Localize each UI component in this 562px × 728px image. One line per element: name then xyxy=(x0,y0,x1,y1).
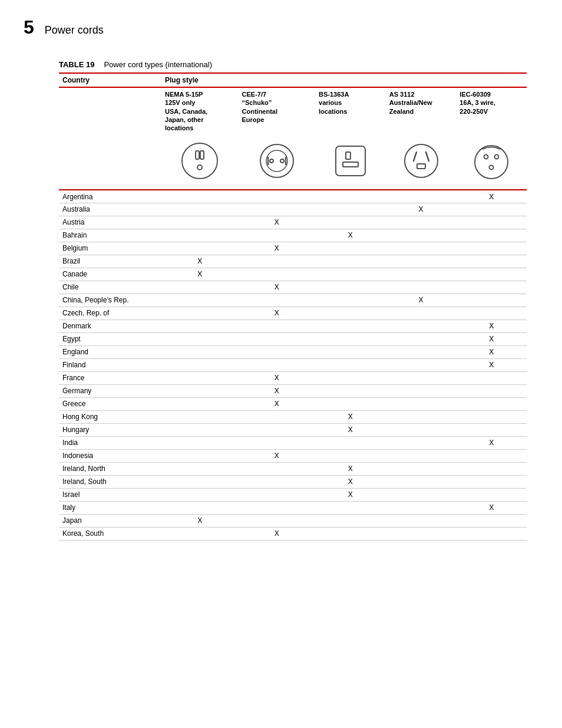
iec-cell xyxy=(456,488,527,501)
nema-cell xyxy=(161,449,239,462)
nema-cell xyxy=(161,436,239,449)
cee-cell: X xyxy=(239,216,316,229)
table-row: Ireland, NorthX xyxy=(59,462,527,475)
nema-cell: X xyxy=(161,255,239,268)
as-cell xyxy=(386,358,457,371)
iec-cell: X xyxy=(456,501,527,514)
as-cell xyxy=(386,410,457,423)
iec-cell xyxy=(456,462,527,475)
table-row: BahrainX xyxy=(59,229,527,242)
cee-cell: X xyxy=(239,242,316,255)
table-row: Hong KongX xyxy=(59,410,527,423)
svg-point-19 xyxy=(495,155,499,159)
cee-cell: X xyxy=(239,307,316,319)
table-row: FinlandX xyxy=(59,358,527,371)
iec-cell xyxy=(456,384,527,397)
country-cell: Japan xyxy=(59,514,161,527)
iec-cell: X xyxy=(456,190,527,203)
table-row: EnglandX xyxy=(59,345,527,358)
table-row: AustraliaX xyxy=(59,203,527,216)
main-table: Country Plug style NEMA 5-15P125V onlyUS… xyxy=(59,73,527,541)
bs-cell: X xyxy=(315,229,386,242)
cee-cell: X xyxy=(239,449,316,462)
iec-cell xyxy=(456,281,527,294)
cee-cell xyxy=(239,255,316,268)
country-data-tbody: ArgentinaXAustraliaXAustriaXBahrainXBelg… xyxy=(59,190,527,540)
nema-cell: X xyxy=(161,268,239,281)
table-row: Ireland, SouthX xyxy=(59,475,527,488)
cee-cell xyxy=(239,514,316,527)
table-row: HungaryX xyxy=(59,423,527,436)
as-cell xyxy=(386,190,457,203)
cee-cell xyxy=(239,190,316,203)
bs-cell xyxy=(315,371,386,384)
bs-cell xyxy=(315,255,386,268)
table-row: Korea, SouthX xyxy=(59,527,527,540)
as-cell xyxy=(386,423,457,436)
nema-plug-image xyxy=(161,134,239,190)
as-cell: X xyxy=(386,294,457,307)
nema-cell xyxy=(161,462,239,475)
bs-cell: X xyxy=(315,462,386,475)
table-row: GermanyX xyxy=(59,384,527,397)
cee-cell: X xyxy=(239,527,316,540)
country-cell: Korea, South xyxy=(59,527,161,540)
nema-cell xyxy=(161,371,239,384)
table-row: EgyptX xyxy=(59,332,527,345)
as-cell xyxy=(386,319,457,332)
country-cell: Austria xyxy=(59,216,161,229)
iec-cell xyxy=(456,371,527,384)
iec-cell xyxy=(456,527,527,540)
table-row: ArgentinaX xyxy=(59,190,527,203)
country-cell: Italy xyxy=(59,501,161,514)
nema-cell xyxy=(161,216,239,229)
cee-cell xyxy=(239,345,316,358)
nema-cell xyxy=(161,294,239,307)
nema-cell xyxy=(161,501,239,514)
chapter-title: Power cords xyxy=(45,24,104,37)
cee-cell: X xyxy=(239,384,316,397)
country-cell: Canade xyxy=(59,268,161,281)
iec-cell xyxy=(456,449,527,462)
nema-cell xyxy=(161,423,239,436)
table-row: DenmarkX xyxy=(59,319,527,332)
bs-cell xyxy=(315,449,386,462)
as-cell xyxy=(386,514,457,527)
as-cell xyxy=(386,371,457,384)
as-cell xyxy=(386,268,457,281)
iec-cell xyxy=(456,268,527,281)
nema-cell xyxy=(161,345,239,358)
bs-cell xyxy=(315,345,386,358)
country-cell: Germany xyxy=(59,384,161,397)
nema-cell xyxy=(161,190,239,203)
as-cell xyxy=(386,436,457,449)
bs-cell xyxy=(315,216,386,229)
as-header: AS 3112Australia/NewZealand xyxy=(386,87,457,134)
cee-cell xyxy=(239,319,316,332)
nema-cell xyxy=(161,358,239,371)
country-cell: Egypt xyxy=(59,332,161,345)
plug-style-header: Plug style xyxy=(161,74,527,87)
nema-cell xyxy=(161,229,239,242)
bs-cell xyxy=(315,501,386,514)
cee-cell xyxy=(239,423,316,436)
country-cell: Denmark xyxy=(59,319,161,332)
as-cell xyxy=(386,488,457,501)
as-cell: X xyxy=(386,203,457,216)
cee-cell xyxy=(239,410,316,423)
chapter-number: 5 xyxy=(24,18,34,37)
cee-cell xyxy=(239,501,316,514)
nema-cell xyxy=(161,410,239,423)
nema-cell: X xyxy=(161,514,239,527)
nema-cell xyxy=(161,384,239,397)
country-cell: China, People’s Rep. xyxy=(59,294,161,307)
cee-cell: X xyxy=(239,371,316,384)
country-cell: Ireland, North xyxy=(59,462,161,475)
country-cell: Belgium xyxy=(59,242,161,255)
iec-cell xyxy=(456,410,527,423)
svg-rect-2 xyxy=(200,151,204,159)
plug-images-row xyxy=(59,134,527,190)
as-cell xyxy=(386,527,457,540)
bs-header: BS-1363Avariouslocations xyxy=(315,87,386,134)
country-cell: Brazil xyxy=(59,255,161,268)
